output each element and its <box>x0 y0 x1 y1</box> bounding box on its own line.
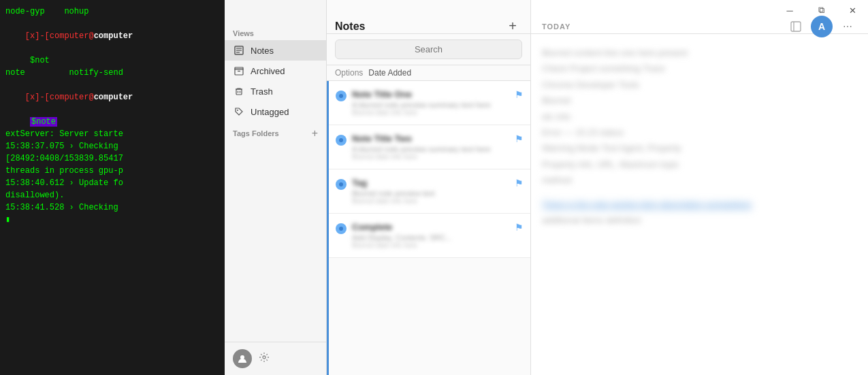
add-note-button[interactable]: + <box>503 17 522 36</box>
untagged-icon <box>233 105 245 118</box>
terminal-highlight: $note <box>30 117 57 127</box>
sidebar-item-notes[interactable]: Notes <box>225 40 326 61</box>
note-flag-icon: ⚑ <box>515 222 524 249</box>
sidebar-item-trash[interactable]: Trash <box>225 81 326 101</box>
notes-list-title: Notes <box>335 20 503 33</box>
note-date: Blurred date info here <box>352 242 511 249</box>
notes-items-container: Note Title One A blurred note preview su… <box>327 81 530 375</box>
sidebar-untagged-label: Untagged <box>251 107 289 117</box>
note-preview: Blurred note preview text <box>352 189 511 197</box>
note-icon <box>336 135 347 146</box>
svg-rect-13 <box>791 22 801 31</box>
today-label: TODAY <box>542 22 786 31</box>
note-preview: A blurred note preview summary text here <box>352 145 511 153</box>
archived-icon <box>233 65 245 77</box>
minimize-button[interactable]: ─ <box>774 0 805 20</box>
terminal-line: [28492:0408/153839.85417 <box>5 152 219 165</box>
tags-label: Tags Folders <box>233 129 312 137</box>
terminal-panel: node-gyp nohup [x]-[computer@computer $n… <box>0 0 225 375</box>
note-title: Note Title One <box>352 89 511 99</box>
note-title: Complete <box>352 222 511 232</box>
note-section-link: There is the note section item descripti… <box>542 197 857 229</box>
tags-row: Tags Folders + <box>225 122 326 142</box>
note-item[interactable]: Tag Blurred note preview text Blurred da… <box>329 169 530 214</box>
terminal-line: note notify-send <box>5 67 219 79</box>
note-preview: Add Display, Contents: SRC... <box>352 233 511 242</box>
sidebar-item-archived[interactable]: Archived <box>225 61 326 81</box>
terminal-line: 15:38:41.528 › Checking <box>5 201 219 214</box>
note-item[interactable]: Note Title Two A blurred note preview su… <box>329 125 530 169</box>
note-flag-icon: ⚑ <box>515 133 524 161</box>
close-button[interactable]: ✕ <box>837 0 868 20</box>
terminal-line: $note <box>5 116 219 128</box>
terminal-line: threads in process gpu-p <box>5 165 219 177</box>
terminal-line: [x]-[computer@computer <box>5 18 219 54</box>
notes-app: ─ ⧉ ✕ Views Notes <box>225 0 868 375</box>
note-link: There is the note section item descripti… <box>542 199 752 210</box>
search-bar <box>327 34 530 65</box>
note-date: Blurred date info here <box>352 109 511 116</box>
note-content: Note Title One A blurred note preview su… <box>352 89 511 116</box>
sidebar-item-untagged[interactable]: Untagged <box>225 101 326 122</box>
note-item[interactable]: Complete Add Display, Contents: SRC... B… <box>329 214 530 258</box>
svg-point-10 <box>237 110 238 111</box>
note-content: Tag Blurred note preview text Blurred da… <box>352 178 511 205</box>
user-avatar-small[interactable] <box>233 349 252 368</box>
sidebar-notes-label: Notes <box>251 46 274 56</box>
notes-list: Notes + Options Date Added Note Title On… <box>327 0 531 375</box>
add-tag-button[interactable]: + <box>312 127 318 140</box>
sidebar-archived-label: Archived <box>251 66 285 76</box>
notes-icon <box>233 44 245 56</box>
svg-point-12 <box>263 356 266 359</box>
sort-options-label: Options <box>335 68 363 78</box>
maximize-button[interactable]: ⧉ <box>805 0 837 20</box>
terminal-line: disallowed). <box>5 189 219 201</box>
note-detail: TODAY A ⋯ Blurred content line one here … <box>531 0 868 375</box>
note-icon <box>336 223 347 234</box>
note-detail-content: Blurred content line one here present Ch… <box>531 34 868 375</box>
note-content: Note Title Two A blurred note preview su… <box>352 133 511 161</box>
terminal-line: [x]-[computer@computer <box>5 79 219 116</box>
note-title: Note Title Two <box>352 133 511 144</box>
terminal-line: $not <box>5 54 219 67</box>
note-flag-icon: ⚑ <box>515 178 524 205</box>
note-icon <box>336 179 347 190</box>
note-item[interactable]: Note Title One A blurred note preview su… <box>329 81 530 125</box>
trash-icon <box>233 85 245 97</box>
note-date: Blurred date info here <box>352 197 511 205</box>
sort-by-date[interactable]: Date Added <box>368 68 411 78</box>
note-section: Blurred content line one here present Ch… <box>542 45 857 189</box>
svg-rect-7 <box>236 89 242 95</box>
note-date: Blurred date info here <box>352 153 511 161</box>
note-preview: A blurred note preview summary text here <box>352 101 511 109</box>
notes-list-header: Notes + <box>327 0 530 34</box>
note-flag-icon: ⚑ <box>515 89 524 116</box>
terminal-line: 15:38:40.612 › Update fo <box>5 177 219 189</box>
sidebar: Views Notes Archived <box>225 0 327 375</box>
sidebar-trash-label: Trash <box>251 86 273 97</box>
terminal-line: extServer: Server starte <box>5 128 219 140</box>
sort-bar: Options Date Added <box>327 65 530 81</box>
note-content: Complete Add Display, Contents: SRC... B… <box>352 222 511 249</box>
window-controls: ─ ⧉ ✕ <box>774 0 868 20</box>
note-detail-text: Blurred content line one here present Ch… <box>542 45 857 228</box>
views-label: Views <box>225 24 326 40</box>
terminal-line: ▮ <box>5 214 219 226</box>
terminal-text: [ <box>25 31 30 41</box>
terminal-line: 15:38:37.075 › Checking <box>5 140 219 152</box>
note-icon <box>336 91 347 101</box>
note-title: Tag <box>352 178 511 188</box>
sidebar-bottom <box>225 342 326 375</box>
search-input[interactable] <box>335 39 522 59</box>
settings-icon[interactable] <box>259 352 270 365</box>
terminal-line: node-gyp nohup <box>5 5 219 18</box>
